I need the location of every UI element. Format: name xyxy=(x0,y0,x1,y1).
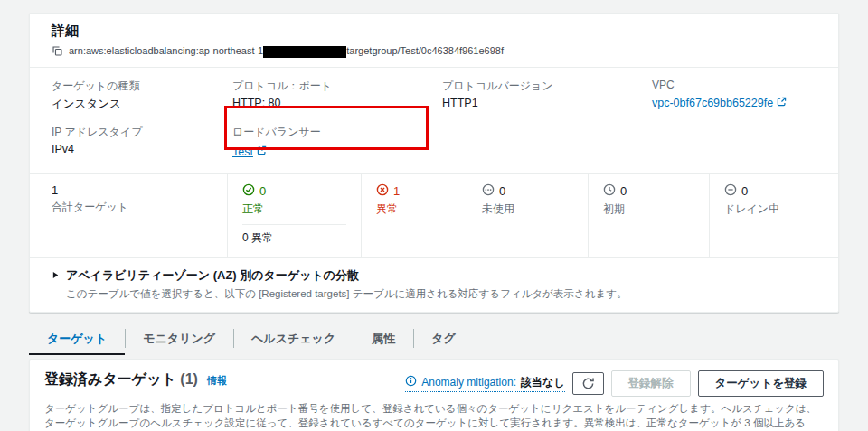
load-balancer-link[interactable]: Test xyxy=(232,145,267,158)
stat-value: 0 xyxy=(741,184,748,198)
info-link[interactable]: 情報 xyxy=(207,375,227,386)
field-vpc: VPC vpc-0bf67c69bb65229fe xyxy=(652,79,816,112)
field-value: IPv4 xyxy=(52,143,232,155)
stat-value: 0 xyxy=(499,184,505,198)
copy-icon[interactable] xyxy=(52,45,63,57)
load-balancer-link-text[interactable]: Test xyxy=(232,145,253,158)
az-title-text: アベイラビリティーゾーン (AZ) 別のターゲットの分散 xyxy=(66,267,359,284)
field-load-balancer: ロードバランサー Test xyxy=(232,125,442,159)
refresh-button[interactable] xyxy=(572,372,604,395)
registered-targets-header: 登録済みターゲット (1) 情報 Anomaly mitigation: 該当な… xyxy=(30,360,838,397)
arn-row: arn:aws:elasticloadbalancing:ap-northeas… xyxy=(52,45,816,58)
tab-targets[interactable]: ターゲット xyxy=(29,325,125,355)
external-link-icon xyxy=(257,145,267,158)
unused-dots-circle-icon xyxy=(482,183,495,199)
healthy-check-circle-icon xyxy=(242,183,255,199)
refresh-icon xyxy=(581,380,595,393)
stat-healthy: 0 正常 0 異常 xyxy=(227,174,361,257)
tab-health-checks[interactable]: ヘルスチェック xyxy=(233,325,354,355)
stat-value: 0 xyxy=(620,184,627,198)
field-value: インスタンス xyxy=(52,97,232,112)
registered-targets-card: 登録済みターゲット (1) 情報 Anomaly mitigation: 該当な… xyxy=(29,359,839,431)
arn-suffix: targetgroup/Test/0c46384f961e698f xyxy=(346,45,504,56)
az-distribution-section: アベイラビリティーゾーン (AZ) 別のターゲットの分散 このテーブルで値を選択… xyxy=(30,257,838,312)
registered-targets-description: ターゲットグループは、指定したプロトコルとポート番号を使用して、登録されている個… xyxy=(30,397,838,431)
stat-value-row: 1 xyxy=(376,183,452,199)
details-card: 詳細 arn:aws:elasticloadbalancing:ap-north… xyxy=(29,13,839,313)
details-fields: ターゲットの種類 インスタンス プロトコル：ポート HTTP: 80 プロトコル… xyxy=(30,68,838,173)
field-value: HTTP: 80 xyxy=(232,97,442,109)
stat-value: 0 xyxy=(259,184,266,198)
anomaly-mitigation-link[interactable]: Anomaly mitigation: 該当なし xyxy=(405,375,564,392)
unhealthy-x-circle-icon xyxy=(376,183,389,199)
stat-value-row: 0 xyxy=(482,183,573,199)
stat-total-targets: 1 合計ターゲット xyxy=(30,174,227,257)
stat-label: 未使用 xyxy=(482,201,573,217)
stat-value-row: 0 xyxy=(724,183,824,199)
stat-unused: 0 未使用 xyxy=(467,174,588,257)
stat-anomalous-sub: 0 異常 xyxy=(242,230,346,246)
stat-value: 1 xyxy=(52,183,212,197)
tab-attributes[interactable]: 属性 xyxy=(354,325,413,355)
field-target-type: ターゲットの種類 インスタンス xyxy=(52,79,232,112)
register-targets-button[interactable]: ターゲットを登録 xyxy=(698,370,824,397)
az-description: このテーブルで値を選択すると、以下の [Registered targets] … xyxy=(66,287,816,301)
health-summary-strip: 1 合計ターゲット 0 正常 0 異常 1 異常 xyxy=(30,173,838,257)
field-label: プロトコルバージョン xyxy=(442,79,652,94)
draining-minus-circle-icon xyxy=(724,183,737,199)
info-circle-icon xyxy=(405,375,417,389)
field-ip-address-type: IP アドレスタイプ IPv4 xyxy=(52,125,232,159)
details-header: 詳細 arn:aws:elasticloadbalancing:ap-north… xyxy=(30,14,838,68)
field-label: プロトコル：ポート xyxy=(232,79,442,94)
registered-targets-actions: Anomaly mitigation: 該当なし 登録解除 ターゲットを登録 xyxy=(405,370,824,397)
stat-label: 初期 xyxy=(603,201,694,217)
details-title: 詳細 xyxy=(52,23,816,40)
field-label: ロードバランサー xyxy=(232,125,442,140)
expand-triangle-icon xyxy=(52,268,60,282)
target-group-page: 詳細 arn:aws:elasticloadbalancing:ap-north… xyxy=(0,13,868,431)
stat-label: 正常 xyxy=(242,201,346,217)
stat-value-row: 0 xyxy=(242,183,346,199)
stat-unhealthy: 1 異常 xyxy=(361,174,467,257)
tab-bar: ターゲット モニタリング ヘルスチェック 属性 タグ xyxy=(29,325,868,355)
stat-label: ドレイン中 xyxy=(724,201,824,217)
deregister-button[interactable]: 登録解除 xyxy=(611,370,691,397)
divider xyxy=(242,224,346,225)
arn-text: arn:aws:elasticloadbalancing:ap-northeas… xyxy=(69,45,504,58)
field-label: ターゲットの種類 xyxy=(52,79,232,94)
tab-tags[interactable]: タグ xyxy=(413,325,474,355)
field-label: IP アドレスタイプ xyxy=(52,125,232,140)
stat-value-row: 0 xyxy=(603,183,694,199)
stat-initial: 0 初期 xyxy=(588,174,709,257)
arn-prefix: arn:aws:elasticloadbalancing:ap-northeas… xyxy=(69,45,263,56)
stat-label: 異常 xyxy=(376,201,452,217)
anomaly-mitigation-label: Anomaly mitigation: xyxy=(421,376,516,389)
field-value: HTTP1 xyxy=(442,97,652,109)
stat-label: 合計ターゲット xyxy=(52,200,212,215)
az-expander[interactable]: アベイラビリティーゾーン (AZ) 別のターゲットの分散 xyxy=(52,267,816,284)
stat-value: 1 xyxy=(393,184,400,198)
tab-monitoring[interactable]: モニタリング xyxy=(125,325,233,355)
registered-targets-title: 登録済みターゲット xyxy=(44,371,176,387)
vpc-link[interactable]: vpc-0bf67c69bb65229fe xyxy=(652,97,787,109)
registered-targets-count: (1) xyxy=(180,371,198,387)
field-label: VPC xyxy=(652,79,816,91)
registered-targets-title-group: 登録済みターゲット (1) 情報 xyxy=(44,370,227,389)
vpc-link-text[interactable]: vpc-0bf67c69bb65229fe xyxy=(652,97,773,109)
external-link-icon xyxy=(777,97,787,109)
arn-redaction xyxy=(263,46,346,58)
field-protocol-version: プロトコルバージョン HTTP1 xyxy=(442,79,652,112)
anomaly-mitigation-value: 該当なし xyxy=(521,375,565,390)
initial-clock-icon xyxy=(603,183,616,199)
stat-draining: 0 ドレイン中 xyxy=(709,174,838,257)
field-protocol-port: プロトコル：ポート HTTP: 80 xyxy=(232,79,442,112)
